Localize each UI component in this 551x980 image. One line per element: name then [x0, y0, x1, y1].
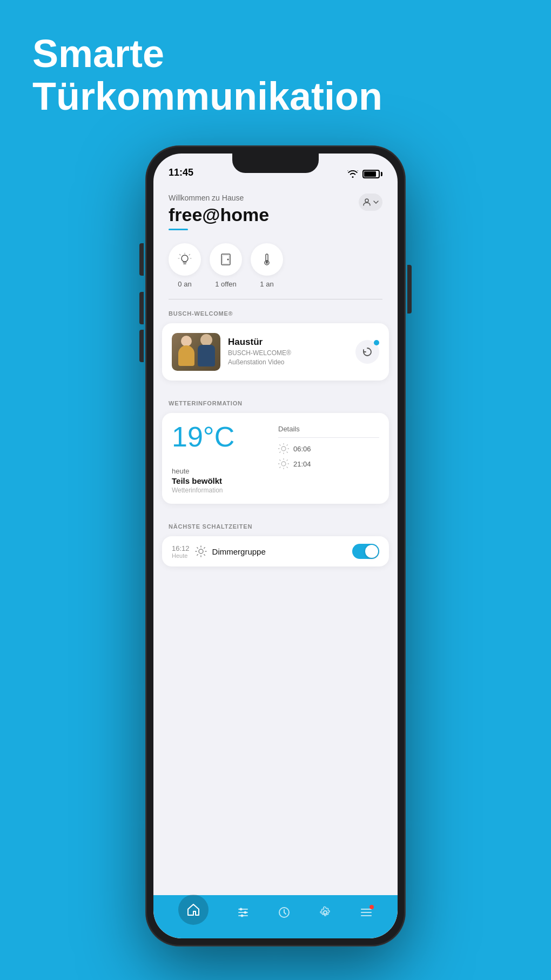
- nav-settings[interactable]: [319, 906, 332, 919]
- weather-day: heute: [172, 467, 273, 475]
- door-card-inner: Haustür BUSCH-WELCOME® Außenstation Vide…: [172, 333, 379, 371]
- lights-value: 0 an: [178, 280, 191, 288]
- sunrise-icon: [278, 443, 289, 454]
- title-underline: [169, 229, 188, 230]
- app-header: Willkommen zu Hause free@home: [153, 183, 398, 236]
- svg-line-25: [287, 460, 287, 461]
- schedule-name: Dimmergruppe: [212, 547, 266, 556]
- sliders-icon: [237, 906, 250, 919]
- weather-divider: [278, 437, 379, 438]
- weather-right: Details: [278, 423, 379, 494]
- svg-point-18: [281, 462, 286, 466]
- temp-icon-circle: [251, 243, 283, 276]
- svg-line-15: [287, 452, 287, 452]
- phone-notch: [232, 154, 319, 173]
- svg-line-17: [280, 452, 280, 452]
- status-time: 11:45: [169, 167, 193, 178]
- sunset-time: 21:04: [293, 460, 311, 468]
- weather-card[interactable]: 19°C heute Teils bewölkt Wetterinformati…: [162, 413, 389, 504]
- weather-sunrise-row: 06:06: [278, 443, 379, 454]
- door-action-button[interactable]: [355, 340, 379, 364]
- sunset-icon: [278, 458, 289, 469]
- user-button[interactable]: [359, 194, 382, 211]
- door-info: Haustür BUSCH-WELCOME® Außenstation Vide…: [228, 337, 348, 367]
- schedule-toggle[interactable]: [352, 544, 379, 559]
- schedule-time: 16:12: [172, 544, 190, 552]
- weather-condition: Teils bewölkt: [172, 476, 273, 485]
- svg-point-27: [199, 549, 203, 554]
- lights-icon-circle: [169, 243, 201, 276]
- schedule-title: NÄCHSTE SCHALTZEITEN: [153, 512, 398, 536]
- svg-point-9: [281, 446, 286, 451]
- hero-line2: Türkommunikation: [32, 75, 382, 118]
- weather-left: 19°C heute Teils bewölkt Wetterinformati…: [172, 423, 273, 494]
- chevron-down-icon: [373, 201, 379, 204]
- thermometer-icon: [259, 252, 274, 267]
- svg-point-8: [266, 262, 268, 264]
- weather-temperature: 19°C: [172, 423, 273, 451]
- weather-card-inner: 19°C heute Teils bewölkt Wetterinformati…: [172, 423, 379, 494]
- svg-point-4: [227, 259, 229, 261]
- bulb-icon: [177, 252, 192, 267]
- bottom-navigation: [153, 895, 398, 938]
- phone-screen: 11:45: [153, 154, 398, 938]
- stat-temp[interactable]: 1 an: [251, 243, 283, 288]
- weather-title: WETTERINFORMATION: [153, 389, 398, 413]
- svg-point-31: [240, 908, 243, 911]
- weather-source: Wetterinformation: [172, 486, 273, 494]
- door-icon-circle: [210, 243, 242, 276]
- menu-notification-dot: [369, 905, 374, 909]
- weather-sunset-row: 21:04: [278, 458, 379, 469]
- door-value: 1 offen: [215, 280, 237, 288]
- schedule-section: 16:12 Heute Dimmergruppe: [153, 536, 398, 586]
- temp-value: 1 an: [260, 280, 273, 288]
- busch-welcome-title: BUSCH-WELCOME®: [153, 299, 398, 323]
- stat-lights[interactable]: 0 an: [169, 243, 201, 288]
- status-icons: [347, 170, 382, 178]
- app-content[interactable]: Willkommen zu Hause free@home: [153, 183, 398, 895]
- toggle-thumb: [365, 545, 378, 558]
- phone-device: 11:45: [146, 146, 405, 946]
- svg-line-16: [287, 445, 287, 445]
- svg-line-23: [280, 460, 280, 461]
- dimmer-icon: [195, 545, 207, 557]
- schedule-time-block: 16:12 Heute: [172, 544, 190, 559]
- door-name: Haustür: [228, 337, 348, 348]
- notification-dot: [374, 340, 379, 345]
- door-icon: [218, 252, 233, 267]
- welcome-text: Willkommen zu Hause: [169, 194, 269, 202]
- sunrise-time: 06:06: [293, 445, 311, 453]
- battery-icon: [362, 170, 382, 178]
- menu-icon-wrap: [360, 906, 373, 919]
- door-subtitle: BUSCH-WELCOME® Außenstation Video: [228, 349, 348, 367]
- nav-clock[interactable]: [278, 906, 291, 919]
- nav-home-circle: [178, 895, 209, 925]
- svg-point-0: [365, 199, 368, 202]
- stat-door[interactable]: 1 offen: [210, 243, 242, 288]
- weather-details-label: Details: [278, 425, 379, 433]
- stats-row: 0 an 1 offen: [153, 236, 398, 299]
- nav-menu[interactable]: [360, 906, 373, 919]
- svg-point-33: [241, 915, 244, 917]
- svg-point-35: [324, 911, 327, 914]
- hero-title: Smarte Türkommunikation: [32, 32, 382, 118]
- svg-line-14: [280, 445, 280, 445]
- app-title: free@home: [169, 204, 269, 225]
- door-card[interactable]: Haustür BUSCH-WELCOME® Außenstation Vide…: [162, 323, 389, 381]
- svg-line-24: [287, 467, 287, 468]
- clock-icon: [278, 906, 291, 919]
- schedule-left: 16:12 Heute Dimmergruppe: [172, 544, 266, 559]
- schedule-card[interactable]: 16:12 Heute Dimmergruppe: [162, 536, 389, 566]
- schedule-tag: Heute: [172, 552, 190, 559]
- replay-icon: [361, 346, 373, 358]
- door-thumbnail: [172, 333, 220, 371]
- house-icon: [186, 903, 200, 917]
- svg-point-1: [182, 255, 188, 262]
- hero-line1: Smarte: [32, 32, 382, 75]
- gear-icon: [319, 906, 332, 919]
- nav-controls[interactable]: [237, 906, 250, 919]
- svg-line-26: [280, 467, 280, 468]
- svg-point-32: [244, 911, 247, 914]
- nav-home[interactable]: [178, 900, 209, 925]
- wifi-icon: [347, 170, 358, 178]
